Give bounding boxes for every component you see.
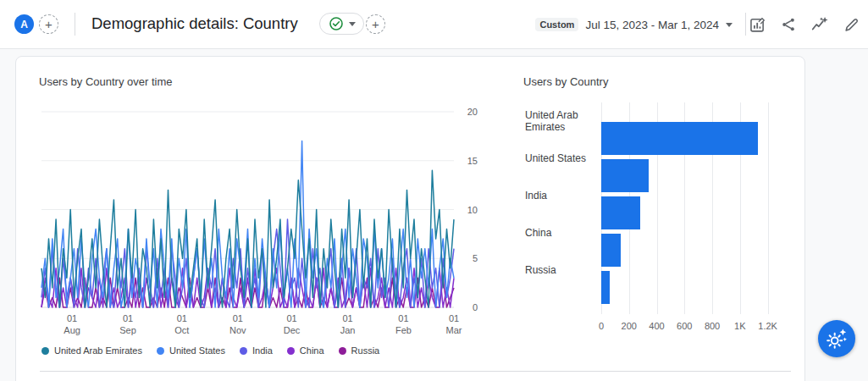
legend-label: China [300, 345, 324, 356]
x-tick-label: 0 [599, 321, 604, 331]
svg-text:Oct: Oct [174, 325, 189, 335]
avatar[interactable]: A [14, 14, 34, 34]
svg-text:01: 01 [123, 313, 133, 323]
svg-text:01: 01 [449, 313, 459, 323]
section-divider [40, 371, 791, 372]
legend-item[interactable]: United Arab Emirates [41, 345, 142, 356]
barchart-title: Users by Country [523, 75, 608, 88]
svg-text:5: 5 [473, 253, 478, 263]
legend-label: India [252, 345, 273, 356]
svg-text:01: 01 [177, 313, 187, 323]
page-title: Demographic details: Country [91, 14, 298, 33]
linechart-title: Users by Country over time [39, 75, 173, 88]
x-tick-label: 800 [705, 321, 720, 331]
x-tick-label: 1.2K [758, 321, 777, 331]
insights-fab-button[interactable] [818, 320, 855, 357]
report-status-dropdown[interactable] [319, 13, 364, 35]
svg-text:Sep: Sep [119, 325, 136, 335]
svg-text:Feb: Feb [395, 325, 412, 335]
date-range-picker[interactable]: Custom Jul 15, 2023 - Mar 1, 2024 [535, 0, 733, 49]
svg-text:Dec: Dec [284, 325, 301, 335]
users-over-time-chart[interactable]: 0510152001Aug01Sep01Oct01Nov01Dec01Jan01… [37, 99, 481, 345]
bar[interactable] [601, 271, 610, 304]
report-card: Users by Country over time 0510152001Aug… [15, 56, 805, 381]
chart-legend: United Arab EmiratesUnited StatesIndiaCh… [41, 345, 379, 356]
svg-text:01: 01 [286, 313, 296, 323]
x-tick-label: 600 [677, 321, 692, 331]
bar-row [601, 157, 782, 194]
legend-item[interactable]: China [287, 345, 324, 356]
x-tick-label: 200 [622, 321, 637, 331]
header-divider [745, 13, 746, 36]
chevron-down-icon [726, 23, 733, 27]
svg-text:01: 01 [233, 313, 243, 323]
bar-category-label: China [525, 214, 600, 251]
svg-text:Aug: Aug [64, 325, 80, 335]
bar-row [601, 268, 782, 306]
bar-category-label: United States [525, 140, 600, 177]
add-comparison-button[interactable]: + [39, 14, 58, 34]
header-divider [75, 13, 75, 36]
users-by-country-chart[interactable] [601, 102, 782, 314]
insights-icon[interactable] [810, 14, 830, 35]
legend-dot [240, 347, 247, 355]
bar-category-label: Russia [525, 251, 600, 289]
x-tick-label: 400 [649, 321, 664, 331]
svg-text:01: 01 [342, 313, 352, 323]
bar-category-label: India [525, 177, 600, 214]
legend-dot [339, 347, 346, 355]
svg-text:15: 15 [467, 156, 478, 166]
edit-icon[interactable] [841, 14, 861, 35]
add-metric-button[interactable]: + [366, 14, 385, 34]
legend-dot [41, 347, 49, 355]
x-tick-label: 1K [734, 321, 745, 331]
svg-text:Jan: Jan [340, 325, 356, 335]
bar[interactable] [601, 122, 758, 155]
legend-dot [157, 347, 164, 355]
legend-label: Russia [351, 345, 380, 356]
bar-row [601, 119, 782, 157]
app-header: A + Demographic details: Country + Custo… [0, 0, 868, 49]
legend-item[interactable]: Russia [339, 345, 380, 356]
svg-text:20: 20 [467, 107, 478, 117]
bar[interactable] [601, 234, 621, 267]
legend-item[interactable]: United States [157, 345, 225, 356]
barchart-category-labels: United Arab EmiratesUnited StatesIndiaCh… [525, 102, 600, 289]
date-range-type-badge: Custom [535, 18, 578, 31]
date-range-value: Jul 15, 2023 - Mar 1, 2024 [585, 19, 719, 31]
gear-sparkle-icon [822, 324, 851, 353]
legend-item[interactable]: India [240, 345, 273, 356]
barchart-x-axis: 02004006008001K1.2K [601, 321, 782, 333]
share-icon[interactable] [778, 14, 799, 35]
bar-category-label: United Arab Emirates [525, 102, 600, 140]
svg-text:Mar: Mar [446, 325, 462, 335]
chevron-down-icon [349, 22, 356, 26]
bar[interactable] [601, 196, 640, 229]
svg-text:01: 01 [67, 313, 77, 323]
bar-row [601, 231, 782, 268]
bar[interactable] [601, 159, 649, 192]
legend-label: United States [169, 345, 225, 356]
legend-label: United Arab Emirates [54, 345, 142, 356]
svg-text:Nov: Nov [229, 325, 246, 335]
svg-text:01: 01 [398, 313, 408, 323]
svg-text:0: 0 [473, 302, 478, 312]
legend-dot [287, 347, 295, 355]
bar-row [601, 194, 782, 231]
checkmark-icon [329, 16, 344, 31]
svg-text:10: 10 [467, 205, 478, 215]
customize-report-icon[interactable] [747, 14, 767, 35]
